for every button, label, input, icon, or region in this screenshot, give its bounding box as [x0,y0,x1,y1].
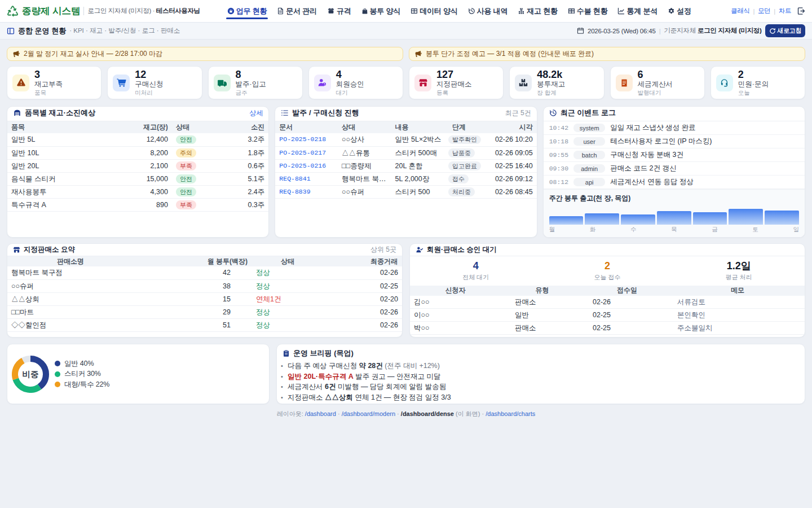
svg-text:비중: 비중 [23,370,39,379]
